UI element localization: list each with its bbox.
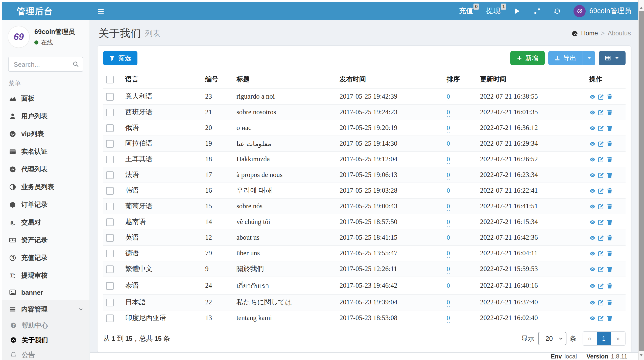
scrollbar[interactable]: [638, 0, 644, 360]
sort-value-link[interactable]: 0: [447, 202, 450, 211]
edit-button[interactable]: [598, 187, 604, 194]
page-size-select[interactable]: 20: [538, 332, 566, 345]
view-button[interactable]: [589, 299, 596, 306]
view-button[interactable]: [589, 187, 596, 194]
play-button[interactable]: [507, 2, 527, 20]
delete-button[interactable]: [606, 234, 613, 241]
row-checkbox[interactable]: [106, 171, 114, 179]
view-button[interactable]: [589, 156, 596, 163]
filter-button[interactable]: 筛选: [103, 51, 137, 65]
pager-prev-button[interactable]: «: [583, 332, 597, 345]
row-checkbox[interactable]: [106, 234, 114, 241]
view-button[interactable]: [589, 282, 596, 289]
scrollbar-thumb[interactable]: [639, 11, 643, 351]
view-button[interactable]: [589, 203, 596, 210]
edit-button[interactable]: [598, 315, 604, 321]
sidebar-item-公告[interactable]: 公告: [2, 347, 89, 360]
sidebar-item-充值记录[interactable]: R充值记录: [2, 249, 89, 266]
delete-button[interactable]: [606, 109, 613, 116]
view-button[interactable]: [589, 172, 596, 178]
edit-button[interactable]: [598, 140, 604, 147]
export-dropdown-button[interactable]: [582, 51, 595, 65]
delete-button[interactable]: [606, 266, 613, 272]
row-checkbox[interactable]: [106, 108, 114, 116]
withdraw-menu-item[interactable]: 提现 1: [480, 2, 507, 20]
breadcrumb-home-link[interactable]: Home: [581, 30, 598, 37]
sidebar-item-用户列表[interactable]: 用户列表: [2, 107, 89, 125]
user-menu[interactable]: 69 69coin管理员: [567, 2, 636, 20]
view-button[interactable]: [589, 140, 596, 147]
add-button[interactable]: 新增: [510, 51, 544, 65]
edit-button[interactable]: [598, 125, 604, 131]
sort-value-link[interactable]: 0: [447, 282, 450, 290]
sort-value-link[interactable]: 0: [447, 298, 450, 307]
sidebar-item-内容管理[interactable]: 内容管理: [2, 300, 89, 318]
view-button[interactable]: [589, 93, 596, 100]
edit-button[interactable]: [598, 109, 604, 116]
sidebar-item-帮助中心[interactable]: ?帮助中心: [2, 318, 89, 333]
edit-button[interactable]: [598, 299, 604, 306]
row-checkbox[interactable]: [106, 299, 114, 306]
edit-button[interactable]: [598, 203, 604, 210]
sidebar-item-关于我们[interactable]: 关于我们: [2, 333, 89, 347]
delete-button[interactable]: [606, 125, 613, 131]
sidebar-item-交易对[interactable]: a交易对: [2, 213, 89, 231]
edit-button[interactable]: [598, 93, 604, 100]
columns-dropdown-button[interactable]: [599, 51, 625, 65]
delete-button[interactable]: [606, 282, 613, 289]
view-button[interactable]: [589, 266, 596, 272]
sidebar-item-业务员列表[interactable]: 业务员列表: [2, 178, 89, 196]
export-button[interactable]: 导出: [548, 51, 582, 65]
view-button[interactable]: [589, 109, 596, 116]
sidebar-item-banner[interactable]: banner: [2, 284, 89, 300]
row-checkbox[interactable]: [106, 140, 114, 147]
edit-button[interactable]: [598, 282, 604, 289]
row-checkbox[interactable]: [106, 124, 114, 132]
sidebar-item-面板[interactable]: 面板: [2, 89, 89, 107]
sort-value-link[interactable]: 0: [447, 249, 450, 258]
sort-value-link[interactable]: 0: [447, 187, 450, 195]
edit-button[interactable]: [598, 156, 604, 163]
sort-value-link[interactable]: 0: [447, 93, 450, 101]
sort-value-link[interactable]: 0: [447, 108, 450, 117]
sort-value-link[interactable]: 0: [447, 218, 450, 227]
sidebar-item-订单记录[interactable]: 订单记录: [2, 196, 89, 213]
delete-button[interactable]: [606, 172, 613, 178]
edit-button[interactable]: [598, 250, 604, 257]
row-checkbox[interactable]: [106, 202, 114, 210]
scroll-down-arrow-icon[interactable]: [639, 354, 642, 356]
view-button[interactable]: [589, 234, 596, 241]
pager-next-button[interactable]: »: [611, 332, 625, 345]
row-checkbox[interactable]: [106, 155, 114, 163]
row-checkbox[interactable]: [106, 282, 114, 289]
delete-button[interactable]: [606, 250, 613, 257]
delete-button[interactable]: [606, 203, 613, 210]
sidebar-item-vip列表[interactable]: vip列表: [2, 125, 89, 143]
recharge-menu-item[interactable]: 充值 0: [452, 2, 480, 20]
sidebar-toggle-button[interactable]: [90, 2, 111, 20]
view-button[interactable]: [589, 219, 596, 225]
delete-button[interactable]: [606, 315, 613, 321]
row-checkbox[interactable]: [106, 314, 114, 322]
fullscreen-button[interactable]: [527, 2, 547, 20]
edit-button[interactable]: [598, 234, 604, 241]
sort-value-link[interactable]: 0: [447, 265, 450, 274]
select-all-checkbox[interactable]: [106, 76, 114, 83]
edit-button[interactable]: [598, 219, 604, 225]
delete-button[interactable]: [606, 299, 613, 306]
delete-button[interactable]: [606, 187, 613, 194]
sidebar-item-提现审核[interactable]: T提现审核: [2, 266, 89, 284]
edit-button[interactable]: [598, 266, 604, 272]
view-button[interactable]: [589, 125, 596, 131]
sidebar-item-代理列表[interactable]: 代理列表: [2, 160, 89, 178]
sort-value-link[interactable]: 0: [447, 171, 450, 179]
sort-value-link[interactable]: 0: [447, 234, 450, 242]
row-checkbox[interactable]: [106, 250, 114, 257]
sort-value-link[interactable]: 0: [447, 314, 450, 323]
view-button[interactable]: [589, 315, 596, 321]
row-checkbox[interactable]: [106, 187, 114, 194]
sort-value-link[interactable]: 0: [447, 124, 450, 132]
delete-button[interactable]: [606, 93, 613, 100]
scroll-up-arrow-icon[interactable]: [639, 7, 642, 9]
row-checkbox[interactable]: [106, 93, 114, 100]
